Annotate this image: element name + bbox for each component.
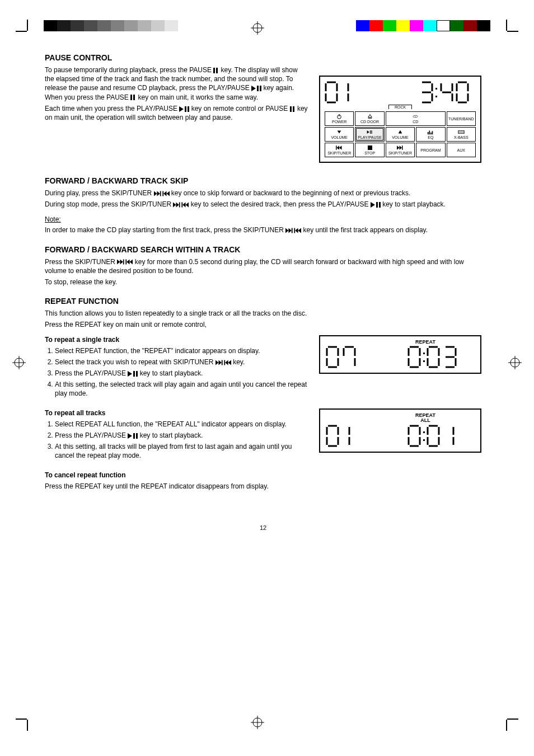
grayscale-bar	[44, 20, 178, 31]
btn-skip-back: SKIP/TUNER	[325, 143, 354, 157]
svg-rect-115	[423, 431, 425, 433]
btn-program: PROGRAM	[416, 143, 445, 157]
display-track	[326, 346, 357, 368]
btn-tuner-band: TUNER/BAND	[447, 111, 476, 126]
text: At this setting, the selected track will…	[55, 381, 307, 397]
eq-indicator: ROCK	[388, 105, 412, 109]
play-pause-icon	[128, 433, 138, 439]
crop-mark	[507, 31, 518, 32]
btn-vol-down: VOLUME	[325, 127, 354, 142]
text: key to start playback.	[140, 431, 203, 439]
text: key on main unit, it works the same way.	[138, 93, 259, 101]
svg-rect-37	[435, 96, 437, 97]
btn-eq: EQ	[416, 127, 445, 142]
repeat-all-indicator: REPEAT ALL	[376, 413, 475, 424]
page-content: PAUSE CONTROL To pause temporarily durin…	[45, 53, 481, 531]
svg-point-53	[415, 116, 416, 116]
play-pause-icon	[179, 106, 189, 112]
btn-cd: CD	[386, 111, 446, 126]
btn-cd-door: CD DOOR	[355, 111, 384, 126]
registration-mark-icon	[12, 356, 26, 369]
registration-mark-icon	[508, 356, 522, 369]
main-display-diagram: ROCK POWER CD DOOR CD TUNER/BAND VOLUME …	[319, 76, 481, 163]
crop-mark	[16, 719, 27, 720]
svg-rect-65	[336, 145, 337, 150]
crop-mark	[506, 720, 507, 731]
pause-paragraph-2: Each time when you press the PLAY/PAUSE …	[45, 104, 308, 122]
svg-rect-61	[430, 133, 432, 134]
svg-marker-67	[339, 145, 342, 150]
skip-icons	[285, 228, 301, 233]
svg-marker-55	[367, 130, 369, 134]
display-time	[420, 81, 476, 104]
pause-icon	[290, 106, 296, 112]
text: To pause temporarily during playback, pr…	[45, 66, 213, 74]
text: Press the SKIP/TUNER	[45, 258, 117, 266]
sub-heading-cancel-repeat: To cancel repeat function	[45, 471, 481, 480]
repeat-intro1: This function allows you to listen repea…	[45, 309, 481, 318]
svg-rect-89	[423, 360, 425, 362]
sub-heading-repeat-single: To repeat a single track	[45, 335, 308, 344]
text: Select the track you wish to repeat with…	[55, 358, 216, 366]
repeat-indicator: REPEAT	[376, 340, 475, 345]
svg-marker-54	[338, 131, 341, 134]
btn-power: POWER	[325, 111, 354, 126]
btn-play-pause: PLAY/PAUSE	[355, 127, 384, 142]
color-bar	[356, 20, 490, 31]
display-repeat-all: REPEAT ALL	[319, 408, 481, 453]
registration-mark-icon	[251, 21, 264, 35]
svg-rect-62	[432, 131, 433, 134]
text: Each time when you press the PLAY/PAUSE	[45, 105, 179, 112]
note-label: Note:	[45, 215, 61, 223]
text: Press the PLAY/PAUSE	[55, 369, 128, 377]
text: key to start playback.	[382, 200, 446, 208]
skip-icons	[216, 360, 231, 365]
svg-rect-36	[435, 88, 437, 90]
skip-icons	[154, 191, 170, 196]
crop-mark	[27, 720, 28, 731]
repeat-intro2: Press the REPEAT key on main unit or rem…	[45, 320, 481, 329]
skip-p2: During stop mode, press the SKIP/TUNER k…	[45, 200, 481, 209]
text: Select REPEAT ALL function, the "REPEAT …	[55, 420, 287, 428]
heading-skip: FORWARD / BACKWARD TRACK SKIP	[45, 176, 481, 185]
search-p1: Press the SKIP/TUNER key for more than 0…	[45, 257, 481, 275]
svg-rect-88	[423, 353, 425, 354]
heading-pause: PAUSE CONTROL	[45, 53, 308, 62]
remote-buttons-grid: POWER CD DOOR CD TUNER/BAND VOLUME PLAY/…	[325, 111, 476, 157]
btn-vol-up: VOLUME	[386, 127, 415, 142]
repeat-all-steps: Select REPEAT ALL function, the "REPEAT …	[55, 420, 308, 461]
crop-mark	[506, 20, 507, 31]
search-p2: To stop, release the key.	[45, 278, 481, 287]
text: In order to make the CD play starting fr…	[45, 226, 285, 234]
text: key.	[233, 358, 245, 366]
skip-icons	[173, 202, 189, 208]
svg-rect-116	[423, 439, 425, 441]
display-repeat-single: REPEAT	[319, 335, 481, 374]
svg-rect-57	[371, 130, 372, 134]
pause-icon	[213, 68, 219, 73]
svg-rect-68	[368, 145, 372, 150]
pause-paragraph-1: To pause temporarily during playback, pr…	[45, 65, 308, 102]
btn-skip-fwd: SKIP/TUNER	[386, 143, 415, 157]
registration-mark-icon	[251, 716, 264, 729]
svg-marker-66	[337, 145, 340, 150]
play-pause-icon	[371, 202, 381, 208]
text: During stop mode, press the SKIP/TUNER	[45, 200, 173, 208]
text: key once to skip forward or backward to …	[171, 189, 411, 197]
btn-stop: STOP	[355, 143, 384, 157]
text: At this setting, all tracks will be play…	[55, 443, 292, 459]
text: Press the PLAY/PAUSE	[55, 431, 128, 439]
repeat-single-steps: Select REPEAT function, the "REPEAT" ind…	[55, 346, 308, 398]
page-number: 12	[45, 524, 481, 531]
text: key on remote control or PAUSE	[191, 105, 290, 112]
text: key to start playback.	[140, 369, 203, 377]
text: key to select the desired track, then pr…	[191, 200, 371, 208]
heading-search: FORWARD / BACKWARD SEARCH WITHIN A TRACK	[45, 245, 481, 254]
svg-marker-69	[397, 145, 400, 150]
skip-note: In order to make the CD play starting fr…	[45, 226, 481, 234]
display-track	[326, 425, 357, 447]
svg-marker-50	[368, 115, 372, 118]
svg-marker-58	[399, 130, 402, 134]
svg-rect-60	[429, 130, 430, 134]
display-track	[325, 81, 356, 104]
